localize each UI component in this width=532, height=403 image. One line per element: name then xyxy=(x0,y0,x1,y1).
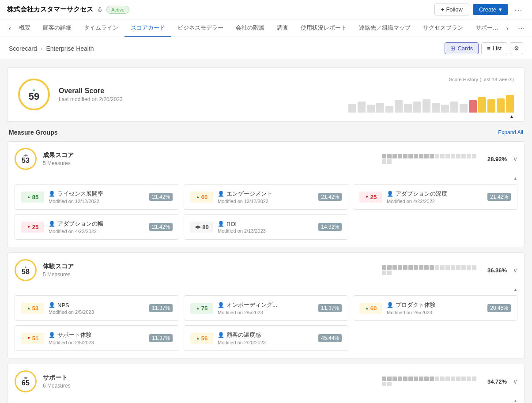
group-header-2[interactable]: ◀▶ 65 サポート 6 Measures 34.72% ∨ xyxy=(8,364,524,399)
progress-dot xyxy=(382,265,386,270)
scorecard-bar: Scorecard › Enterprise Health ⊞ Cards ≡ … xyxy=(0,37,532,60)
nav-item-overview[interactable]: 概要 xyxy=(13,19,37,37)
progress-dot xyxy=(387,377,392,381)
group-header-0[interactable]: ◀▶ 53 成果スコア 5 Measures 28.92% ∨ xyxy=(8,142,524,176)
group-chevron-icon[interactable]: ∨ xyxy=(513,155,517,162)
progress-dot xyxy=(424,377,429,381)
progress-dot xyxy=(461,265,466,270)
status-badge: Active xyxy=(106,6,129,14)
group-info: 成果スコア 5 Measures xyxy=(43,151,376,166)
group-score-circle: ▲ 58 xyxy=(15,259,37,281)
measure-card[interactable]: ▼ 25 👤 アダプションの深度 Modified on 4/22/2022 2… xyxy=(353,184,517,210)
group-header-1[interactable]: ▲ 58 体験スコア 5 Measures 36.36% ∨ xyxy=(8,253,524,287)
nav-item-support[interactable]: サポー… xyxy=(469,19,505,37)
progress-dot xyxy=(445,377,450,381)
measure-score-badge: ▲ 60 xyxy=(190,192,213,203)
settings-button[interactable]: ⚙ xyxy=(510,42,523,54)
group-measures-count: 6 Measures xyxy=(43,383,376,389)
progress-dot xyxy=(419,265,423,270)
progress-dot xyxy=(435,154,439,158)
measure-groups-header: Measure Groups Expand All xyxy=(7,129,525,136)
measure-arrow-icon: ▲ xyxy=(196,306,200,310)
progress-dot xyxy=(435,265,439,270)
follow-label: Follow xyxy=(446,6,463,13)
history-bar-item xyxy=(432,103,440,113)
breadcrumb-root[interactable]: Scorecard xyxy=(9,45,37,52)
measure-weight: 11.37% xyxy=(149,334,173,342)
breadcrumb-current: Enterprise Health xyxy=(46,45,94,52)
nav-item-usage-report[interactable]: 使用状況レポート xyxy=(294,19,353,37)
nav-back-button[interactable]: ‹ xyxy=(7,23,13,34)
nav-item-company-hierarchy[interactable]: 会社の階層 xyxy=(230,19,271,37)
nav-item-survey[interactable]: 調査 xyxy=(271,19,294,37)
measure-weight: 20.45% xyxy=(487,304,511,312)
measure-card[interactable]: ◀▶ 80 👤 ROI Modified on 2/13/2023 14.32% xyxy=(184,214,348,240)
measure-card[interactable]: ▲ 75 👤 オンボーディング... Modified on 2/5/2023 … xyxy=(184,295,348,321)
list-view-button[interactable]: ≡ List xyxy=(481,42,507,54)
group-score-number: 58 xyxy=(22,268,30,275)
group-info: サポート 6 Measures xyxy=(43,374,376,389)
measure-arrow-icon: ▲ xyxy=(27,195,31,199)
cards-view-button[interactable]: ⊞ Cards xyxy=(445,42,479,54)
group-section-1: ▲ 58 体験スコア 5 Measures 36.36% ∨ ▲ ▲ 53 👤 xyxy=(7,252,525,358)
measure-left: ◀▶ 80 👤 ROI Modified on 2/13/2023 xyxy=(190,221,266,234)
user-icon: 👤 xyxy=(49,302,55,308)
progress-dot xyxy=(456,377,460,381)
progress-dot xyxy=(467,377,471,381)
measure-left: ▼ 25 👤 アダプションの深度 Modified on 4/22/2022 xyxy=(359,190,447,204)
history-bar-item xyxy=(367,105,375,113)
measure-groups-title: Measure Groups xyxy=(9,129,57,136)
nav-item-business-modeler[interactable]: ビジネスモデラー xyxy=(171,19,230,37)
nav-item-contact-map[interactable]: 連絡先／組織マップ xyxy=(353,19,417,37)
measure-left: ▲ 56 👤 顧客の温度感 Modified on 2/20/2023 xyxy=(190,331,266,345)
progress-dot xyxy=(467,265,471,270)
nav-item-customer-details[interactable]: 顧客の詳細 xyxy=(37,19,78,37)
expand-all-button[interactable]: Expand All xyxy=(498,129,523,136)
more-options-button[interactable]: ⋯ xyxy=(512,3,525,16)
progress-dot xyxy=(461,154,466,158)
measure-card[interactable]: ▲ 85 👤 ライセンス展開率 Modified on 12/12/2022 2… xyxy=(15,184,179,210)
measure-left: ▼ 25 👤 アダプションの幅 Modified on 4/22/2022 xyxy=(21,220,103,234)
measure-modified: Modified on 4/22/2022 xyxy=(387,199,447,204)
progress-dot xyxy=(387,265,392,270)
history-bar-item xyxy=(460,104,468,113)
measure-card[interactable]: ▼ 51 👤 サポート体験 Modified on 2/5/2023 11.37… xyxy=(15,325,179,351)
score-history: Score History (Last 18 weeks) ▲ xyxy=(348,76,514,113)
measure-card[interactable]: ▲ 60 👤 エンゲージメント Modified on 12/12/2022 2… xyxy=(184,184,348,210)
progress-dot xyxy=(424,154,429,158)
measure-card[interactable]: ▲ 53 👤 NPS Modified on 2/5/2023 11.37% xyxy=(15,295,179,321)
measure-info: 👤 エンゲージメント Modified on 12/12/2022 xyxy=(218,190,272,204)
nav-item-scorecard[interactable]: スコアカード xyxy=(125,19,171,37)
measure-score-badge: ▼ 25 xyxy=(359,192,382,203)
progress-dot xyxy=(472,265,476,270)
user-icon: 👤 xyxy=(49,332,55,338)
company-name: 株式会社カスタマーサクセス xyxy=(7,5,93,14)
history-bar-item xyxy=(487,99,495,113)
create-button[interactable]: Create ▾ xyxy=(473,4,508,15)
measure-card[interactable]: ▲ 56 👤 顧客の温度感 Modified on 2/20/2023 45.4… xyxy=(184,325,348,351)
follow-button[interactable]: + Follow xyxy=(434,4,469,15)
measure-weight: 14.32% xyxy=(318,223,342,231)
nav-more-button[interactable]: ⋯ xyxy=(518,24,525,32)
measure-name: 👤 顧客の温度感 xyxy=(218,331,266,339)
measure-card[interactable]: ▼ 25 👤 アダプションの幅 Modified on 4/22/2022 21… xyxy=(15,214,179,240)
group-name: 成果スコア xyxy=(43,151,376,159)
measure-weight: 21.42% xyxy=(149,193,173,201)
measure-card[interactable]: ▲ 60 👤 プロダクト体験 Modified on 2/5/2023 20.4… xyxy=(353,295,517,321)
progress-dot xyxy=(392,265,397,270)
group-chevron-icon[interactable]: ∨ xyxy=(513,267,517,274)
measure-arrow-icon: ◀▶ xyxy=(195,225,201,229)
group-name: 体験スコア xyxy=(43,263,376,271)
group-score-circle: ◀▶ 53 xyxy=(15,148,37,170)
nav-item-success-plan[interactable]: サクセスプラン xyxy=(417,19,469,37)
group-score-circle: ◀▶ 65 xyxy=(15,370,37,392)
progress-dot xyxy=(435,377,439,381)
progress-dot xyxy=(387,154,392,158)
measure-score-number: 25 xyxy=(370,194,377,200)
list-label: List xyxy=(493,45,502,52)
nav-item-timeline[interactable]: タイムライン xyxy=(78,19,125,37)
measure-left: ▲ 75 👤 オンボーディング... Modified on 2/5/2023 xyxy=(190,301,277,315)
group-chevron-icon[interactable]: ∨ xyxy=(513,378,517,385)
nav-forward-button[interactable]: › xyxy=(505,23,510,34)
breadcrumb: Scorecard › Enterprise Health xyxy=(9,45,94,52)
